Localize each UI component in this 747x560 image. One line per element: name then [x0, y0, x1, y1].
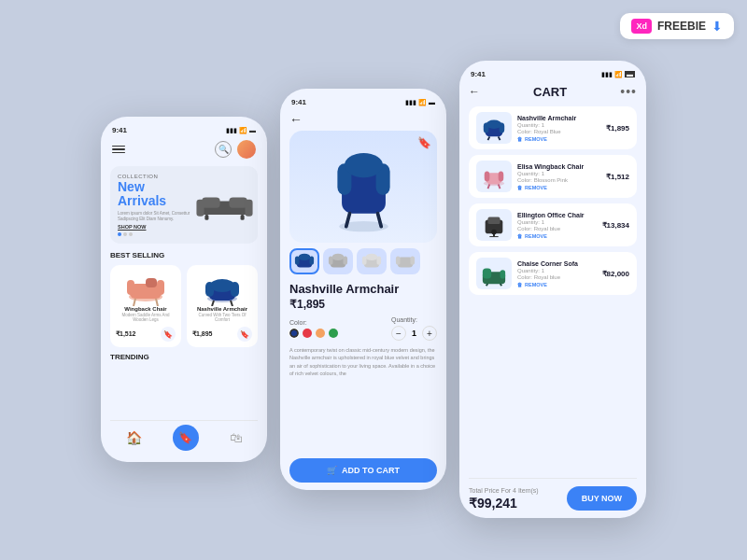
- status-bar-1: 9:41 ▮▮▮ 📶 ▬: [110, 126, 258, 134]
- total-section: Total Price For 4 Item(s) ₹99,241: [469, 487, 539, 511]
- cart-item-2-remove[interactable]: 🗑REMOVE: [517, 185, 600, 190]
- thumb-3[interactable]: [357, 248, 387, 274]
- cart-item-4-remove[interactable]: 🗑REMOVE: [517, 282, 597, 287]
- svg-rect-41: [396, 257, 401, 265]
- wifi-icon-2: 📶: [418, 99, 427, 106]
- avatar[interactable]: [237, 140, 256, 159]
- nav-bar-1: 🔍: [110, 140, 258, 159]
- phones-container: 9:41 ▮▮▮ 📶 ▬ 🔍 COLL: [0, 0, 747, 560]
- hamburger-menu[interactable]: [112, 146, 125, 154]
- status-time-3: 9:41: [471, 70, 486, 78]
- nashville-wishlist[interactable]: 🔖: [237, 327, 252, 342]
- status-time-2: 9:41: [291, 98, 306, 106]
- svg-line-64: [500, 284, 502, 286]
- search-icon[interactable]: 🔍: [215, 141, 232, 158]
- svg-point-46: [486, 120, 502, 129]
- back-button[interactable]: ←: [289, 112, 437, 127]
- phone-product: 9:41 ▮▮▮ 📶 ▬ ← 🔖: [280, 89, 446, 490]
- nav-fab[interactable]: 🔖: [173, 425, 199, 451]
- cart-item-4-image: [476, 258, 512, 289]
- cart-item-4-color: Color: Royal blue: [517, 274, 597, 280]
- cart-item-3-remove[interactable]: 🗑REMOVE: [517, 233, 597, 239]
- banner-desc: Lorem ipsum dolor Sit Amet, Consettur Sa…: [118, 211, 194, 222]
- wifi-icon: 📶: [239, 127, 247, 134]
- battery-icon-3: ▬: [625, 71, 635, 77]
- nav-home[interactable]: 🏠: [126, 430, 142, 445]
- products-row: Wingback Chair Modern Saddle Arms And Wo…: [110, 265, 258, 347]
- svg-rect-4: [245, 200, 252, 217]
- cart-back-button[interactable]: ←: [469, 85, 480, 98]
- product-detail-price: ₹1,895: [289, 298, 437, 311]
- cart-item-3-info: Ellington Office Chair Quantity: 1 Color…: [517, 212, 597, 239]
- cart-item-2-price: ₹1,512: [606, 173, 629, 181]
- cart-item-2-color: Color: Blossom Pink: [517, 177, 600, 183]
- more-dots[interactable]: •••: [620, 84, 637, 99]
- cart-item-1-name: Nashville Armchair: [517, 115, 600, 121]
- qty-plus[interactable]: +: [422, 326, 437, 341]
- wingback-footer: ₹1,512 🔖: [116, 327, 176, 342]
- status-icons-3: ▮▮▮ 📶 ▬: [601, 71, 635, 78]
- color-blue[interactable]: [289, 329, 299, 338]
- status-icons-2: ▮▮▮ 📶 ▬: [405, 99, 435, 106]
- cart-item-1-color: Color: Royal Blue: [517, 129, 600, 134]
- signal-icon-2: ▮▮▮: [405, 99, 416, 106]
- color-green[interactable]: [329, 329, 338, 338]
- color-qty-row: Color: Quantity: − 1 +: [289, 316, 437, 341]
- signal-icon-3: ▮▮▮: [601, 71, 613, 78]
- svg-rect-1: [202, 198, 220, 208]
- nashville-price: ₹1,895: [192, 330, 213, 338]
- cart-item-3-color: Color: Royal blue: [517, 226, 597, 231]
- cart-item-2-name: Elisa Wingback Chair: [517, 163, 600, 170]
- download-icon[interactable]: ⬇: [712, 19, 723, 34]
- section-trending: TRENDING: [110, 353, 258, 361]
- bookmark-button[interactable]: 🔖: [417, 136, 431, 149]
- cart-item-3-name: Ellington Office Chair: [517, 212, 597, 218]
- cart-item-4-price: ₹82,000: [602, 270, 629, 278]
- svg-rect-8: [130, 284, 162, 299]
- nav-cart[interactable]: 🛍: [230, 430, 243, 445]
- color-red[interactable]: [303, 329, 312, 338]
- buy-now-button[interactable]: BUY NOW: [567, 486, 637, 511]
- svg-rect-62: [500, 270, 506, 278]
- cart-header: ← CART •••: [469, 84, 637, 99]
- wingback-name: Wingback Chair: [124, 306, 166, 312]
- color-options: [289, 329, 338, 338]
- phone-cart-screen: 9:41 ▮▮▮ 📶 ▬ ← CART •••: [459, 61, 646, 518]
- qty-minus[interactable]: −: [391, 326, 406, 341]
- add-to-cart-button[interactable]: 🛒 ADD TO CART: [289, 458, 437, 483]
- cart-item-1-price: ₹1,895: [606, 124, 629, 133]
- nashville-name: Nashville Armchair: [197, 306, 247, 312]
- xd-icon: Xd: [631, 19, 652, 34]
- product-card-nashville[interactable]: Nashville Armchair Curved With Two Tiers…: [187, 265, 258, 347]
- section-best-selling: BEST SELLING: [110, 251, 258, 259]
- thumb-2[interactable]: [323, 248, 353, 274]
- freebie-badge[interactable]: Xd FREEBIE ⬇: [620, 13, 734, 39]
- wingback-wishlist[interactable]: 🔖: [161, 327, 176, 342]
- svg-rect-61: [483, 268, 491, 278]
- nashville-footer: ₹1,895 🔖: [192, 327, 252, 342]
- svg-rect-59: [489, 236, 498, 237]
- svg-line-47: [487, 136, 489, 140]
- cart-footer: Total Price For 4 Item(s) ₹99,241 BUY NO…: [469, 478, 637, 511]
- cart-item-4-name: Chaise Corner Sofa: [517, 260, 597, 267]
- svg-rect-3: [196, 200, 204, 217]
- product-card-wingback[interactable]: Wingback Chair Modern Saddle Arms And Wo…: [110, 265, 181, 347]
- product-detail-name: Nashville Armchair: [289, 282, 437, 296]
- add-to-cart-label: ADD TO CART: [342, 466, 400, 475]
- svg-rect-42: [411, 257, 416, 265]
- shop-now-link[interactable]: SHOP NOW: [118, 224, 194, 230]
- svg-rect-10: [157, 280, 164, 295]
- thumb-4[interactable]: [390, 248, 420, 274]
- color-orange[interactable]: [316, 329, 325, 338]
- thumb-1[interactable]: [289, 248, 319, 274]
- svg-rect-52: [499, 171, 504, 181]
- qty-value: 1: [412, 329, 416, 338]
- color-section: Color:: [289, 319, 338, 338]
- svg-rect-56: [487, 217, 500, 224]
- phone-product-screen: 9:41 ▮▮▮ 📶 ▬ ← 🔖: [280, 89, 446, 490]
- nashville-image: [198, 271, 247, 306]
- cart-item-1-remove[interactable]: 🗑REMOVE: [517, 136, 600, 142]
- cart-icon: 🛒: [327, 466, 337, 475]
- svg-point-39: [366, 254, 378, 260]
- battery-icon: ▬: [249, 127, 256, 133]
